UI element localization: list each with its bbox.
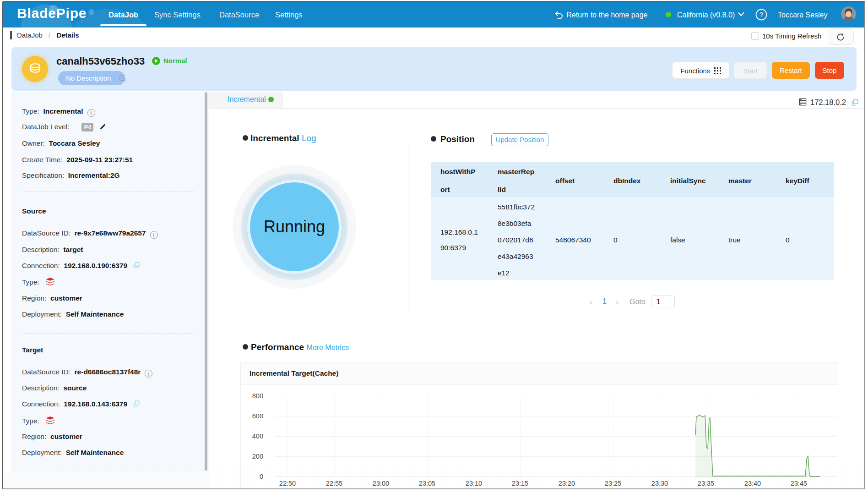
svg-text:?: ?: [760, 11, 763, 18]
